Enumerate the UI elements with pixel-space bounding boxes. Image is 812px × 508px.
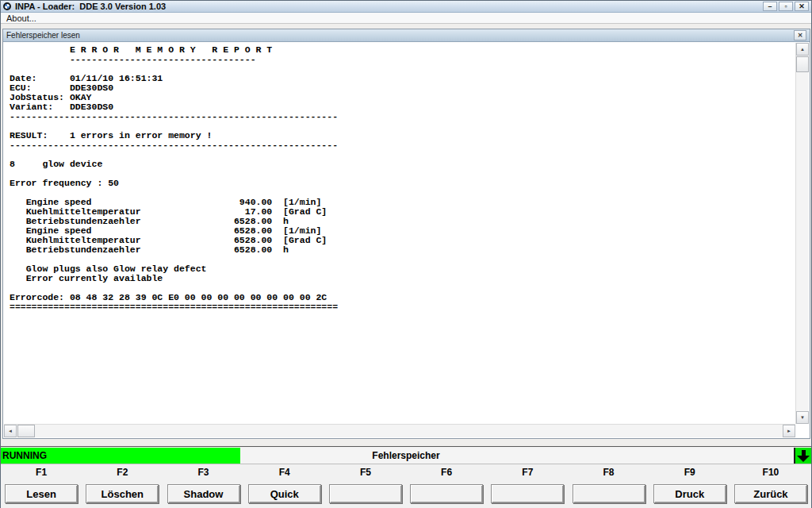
child-close-icon[interactable]: ✕ (794, 30, 806, 40)
child-window-title: Fehlerspeicher lesen (6, 31, 80, 40)
title-bar[interactable]: INPA - Loader: DDE 3.0 Version 1.03 – ▫ … (1, 1, 811, 13)
function-key-label-row: F1 F2 F3 F4 F5 F6 F7 F8 F9 F10 (1, 464, 811, 480)
f7-button-empty[interactable] (491, 484, 564, 503)
scroll-up-icon[interactable]: ▲ (796, 43, 809, 56)
fkey-label-f8: F8 (603, 467, 615, 478)
menu-bar: About... (1, 13, 811, 24)
scroll-left-icon[interactable]: ◄ (4, 425, 17, 437)
fehlerspeicher-child-window: Fehlerspeicher lesen ✕ E R R O R M E M O… (2, 29, 810, 439)
fkey-label-f5: F5 (360, 467, 371, 478)
bmw-roundel-icon[interactable] (3, 2, 11, 10)
vertical-scrollbar[interactable]: ▲ ▼ (795, 43, 809, 424)
fkey-label-f1: F1 (36, 467, 47, 478)
scroll-right-icon[interactable]: ► (783, 425, 795, 437)
horizontal-scroll-thumb[interactable] (17, 425, 35, 437)
mdi-client-area: Fehlerspeicher lesen ✕ E R R O R M E M O… (1, 24, 811, 447)
zurueck-button[interactable]: Zurück (734, 484, 807, 503)
green-down-arrow-icon (794, 448, 811, 464)
report-viewport: E R R O R M E M O R Y R E P O R T ------… (4, 43, 809, 437)
f6-button-empty[interactable] (410, 484, 483, 503)
down-arrow-head (797, 456, 810, 462)
loeschen-button[interactable]: Löschen (86, 484, 159, 503)
fkey-label-f9: F9 (684, 467, 695, 478)
fkey-label-f4: F4 (279, 467, 290, 478)
f5-button-empty[interactable] (329, 484, 402, 503)
down-arrow-stem (802, 450, 806, 456)
shadow-button[interactable]: Shadow (167, 484, 240, 503)
fkey-label-f2: F2 (117, 467, 128, 478)
window-title: INPA - Loader: DDE 3.0 Version 1.03 (15, 2, 166, 11)
druck-button[interactable]: Druck (653, 484, 726, 503)
child-title-bar[interactable]: Fehlerspeicher lesen ✕ (3, 29, 810, 42)
window-controls: – ▫ ✕ (763, 2, 809, 11)
menu-item-about[interactable]: About... (1, 13, 42, 23)
inpa-main-window: INPA - Loader: DDE 3.0 Version 1.03 – ▫ … (0, 0, 812, 508)
horizontal-scrollbar[interactable]: ◄ ► (4, 424, 795, 437)
minimize-button[interactable]: – (763, 2, 777, 11)
fkey-label-f10: F10 (763, 467, 779, 478)
fkey-label-f6: F6 (441, 467, 452, 478)
fkey-label-f3: F3 (198, 467, 209, 478)
close-button[interactable]: ✕ (795, 2, 809, 11)
f8-button-empty[interactable] (573, 484, 645, 503)
maximize-button[interactable]: ▫ (779, 2, 793, 11)
status-screen-title: Fehlerspeicher (1, 448, 811, 464)
lesen-button[interactable]: Lesen (5, 484, 78, 503)
quick-button[interactable]: Quick (248, 484, 321, 503)
function-button-row: Lesen Löschen Shadow Quick Druck Zurück (1, 480, 811, 508)
scroll-down-icon[interactable]: ▼ (796, 411, 809, 424)
fkey-label-f7: F7 (522, 467, 533, 478)
vertical-scroll-thumb[interactable] (796, 56, 809, 72)
status-bar: RUNNING Fehlerspeicher (1, 448, 811, 464)
error-memory-report-text: E R R O R M E M O R Y R E P O R T ------… (10, 45, 338, 312)
